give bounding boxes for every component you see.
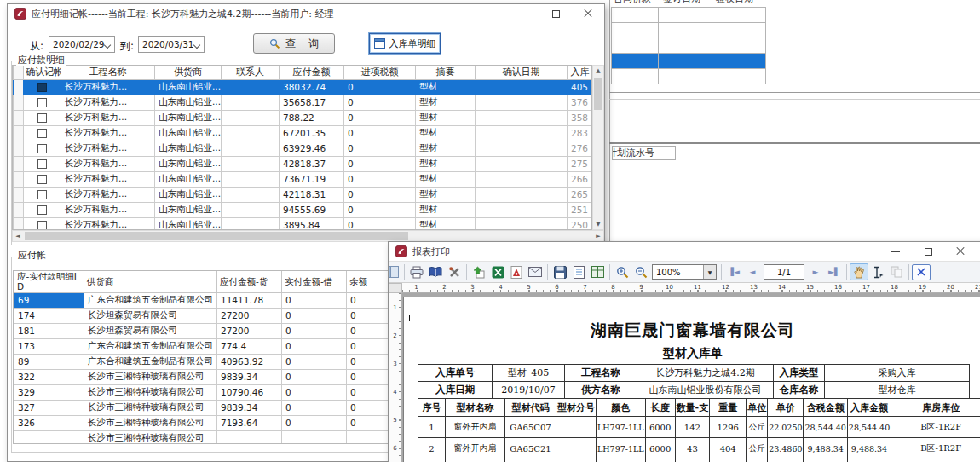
column-header[interactable]: 实付金额-借 bbox=[282, 271, 347, 292]
confirm-checkbox[interactable] bbox=[37, 190, 47, 199]
text-select-icon[interactable] bbox=[868, 263, 887, 280]
table-row[interactable]: 长沙万科魅力... 山东南山铝业... 42818.37 0 型材 275 bbox=[14, 156, 593, 171]
confirm-checkbox[interactable] bbox=[37, 98, 47, 107]
table-row[interactable]: 173 广东合和建筑五金制品有限公司 774.4 0 0 bbox=[14, 338, 389, 354]
page-number-box[interactable]: 1/1 bbox=[764, 264, 804, 280]
column-header[interactable]: 入库 bbox=[568, 66, 593, 79]
document-icon[interactable] bbox=[569, 263, 588, 280]
table-row[interactable]: 长沙万科魅力... 山东南山铝业... 42118.31 0 型材 265 bbox=[14, 187, 593, 202]
export-icon[interactable] bbox=[470, 263, 488, 280]
table-row[interactable]: 长沙万科魅力... 山东南山铝业... 35658.17 0 型材 376 bbox=[14, 95, 593, 110]
grid-icon[interactable] bbox=[588, 263, 607, 280]
horizontal-scrollbar[interactable]: ◄ ► bbox=[12, 230, 604, 242]
scroll-right-icon[interactable]: ► bbox=[593, 231, 603, 241]
chevron-down-icon[interactable]: ▼ bbox=[703, 265, 716, 279]
cell-supplier: 山东南山铝业... bbox=[155, 110, 222, 125]
zoom-level-combo[interactable]: 100% ▼ bbox=[652, 264, 717, 280]
close-preview-icon[interactable] bbox=[912, 264, 931, 280]
save-icon[interactable] bbox=[551, 263, 569, 280]
book-icon[interactable] bbox=[426, 263, 445, 280]
excel-icon[interactable] bbox=[488, 263, 507, 280]
column-header[interactable]: 应付金额-货 bbox=[217, 271, 282, 292]
to-date-combo[interactable]: 2020/03/31 bbox=[138, 36, 205, 53]
table-row[interactable]: 181 长沙坦森贸易有限公司 27200 0 0 bbox=[14, 323, 389, 338]
prev-page-icon[interactable]: ◄ bbox=[743, 263, 762, 280]
confirm-checkbox[interactable] bbox=[37, 144, 47, 153]
inbound-detail-button[interactable]: 入库单明细 bbox=[369, 33, 441, 54]
maximize-button[interactable] bbox=[912, 242, 944, 261]
maximize-button[interactable] bbox=[539, 4, 572, 23]
options-icon[interactable] bbox=[445, 263, 464, 280]
from-date-combo[interactable]: 2020/02/29 bbox=[49, 36, 115, 53]
scrollbar-thumb[interactable] bbox=[25, 232, 408, 240]
confirm-checkbox[interactable] bbox=[37, 129, 47, 138]
confirm-checkbox[interactable] bbox=[37, 159, 47, 169]
copy-icon[interactable] bbox=[887, 263, 906, 280]
minimize-button[interactable] bbox=[507, 4, 539, 23]
confirm-checkbox[interactable] bbox=[37, 113, 47, 123]
last-page-icon[interactable]: ►▌ bbox=[825, 263, 844, 280]
column-header[interactable]: 确认日期 bbox=[476, 66, 568, 79]
column-header[interactable]: 供货商 bbox=[84, 271, 217, 292]
column-header[interactable]: 确认记帐 bbox=[24, 66, 61, 79]
title-bar[interactable]: 应付明细记帐------当前工程: 长沙万科魅力之城4.2期------当前用户… bbox=[8, 4, 604, 23]
column-header[interactable]: 工程名称 bbox=[61, 66, 155, 79]
column-header[interactable]: 联系人 bbox=[222, 66, 280, 79]
table-row[interactable]: 长沙万科魅力... 山东南山铝业... 73671.19 0 型材 266 bbox=[14, 171, 593, 187]
cell-balance: 0 bbox=[347, 384, 389, 400]
close-button[interactable] bbox=[944, 242, 977, 261]
table-row[interactable]: 327 长沙市三湘特种玻璃有限公司 9839.34 0 0 bbox=[14, 400, 389, 415]
panel-icon[interactable] bbox=[389, 263, 401, 280]
table-row[interactable] bbox=[612, 23, 766, 38]
confirm-checkbox[interactable] bbox=[37, 221, 47, 230]
column-header[interactable]: 进项税额 bbox=[344, 66, 416, 79]
column-header[interactable]: 余额 bbox=[347, 271, 389, 292]
column-header[interactable]: 应-实付款明细ID bbox=[14, 271, 84, 292]
query-button[interactable]: 查 询 bbox=[253, 33, 335, 54]
first-page-icon[interactable]: ▐◄ bbox=[724, 263, 743, 280]
minimize-button[interactable] bbox=[879, 242, 912, 261]
cell-paid: 0 bbox=[282, 415, 347, 430]
table-row[interactable]: 长沙万科魅力... 山东南山铝业... 63929.46 0 型材 276 bbox=[14, 141, 593, 156]
table-row[interactable] bbox=[612, 38, 766, 54]
table-row[interactable]: 329 长沙市三湘特种玻璃有限公司 10790.46 0 0 bbox=[14, 384, 389, 400]
scroll-left-icon[interactable]: ◄ bbox=[13, 231, 23, 241]
confirm-checkbox[interactable] bbox=[37, 205, 47, 215]
cell-supplier: 长沙市三湘特种玻璃有限公司 bbox=[84, 430, 217, 444]
vertical-scrollbar[interactable]: ▲ ▼ bbox=[592, 65, 604, 230]
column-header[interactable]: 应付金额 bbox=[280, 66, 344, 79]
value-supplier: 山东南山铝业股份有限公司 bbox=[637, 382, 774, 399]
print-icon[interactable] bbox=[407, 263, 426, 280]
cell-tax: 0 bbox=[344, 217, 416, 230]
table-row[interactable]: 长沙万科魅力... 山东南山铝业... 94555.69 0 型材 251 bbox=[14, 202, 593, 217]
table-row[interactable]: 长沙万科魅力... 山东南山铝业... 38032.74 0 型材 405 bbox=[14, 79, 593, 95]
preview-area[interactable]: 湖南巨晟门窗幕墙有限公司 型材入库单 入库单号 型材_405 工程名称 长沙万科… bbox=[402, 293, 980, 462]
pdf-icon[interactable] bbox=[507, 263, 526, 280]
hand-icon[interactable] bbox=[850, 263, 868, 280]
table-row[interactable]: 326 长沙市三湘特种玻璃有限公司 7193.64 0 0 bbox=[14, 415, 389, 430]
next-page-icon[interactable]: ► bbox=[806, 263, 825, 280]
close-button[interactable] bbox=[572, 4, 604, 23]
scroll-up-icon[interactable]: ▲ bbox=[593, 66, 603, 76]
table-row[interactable] bbox=[612, 8, 766, 23]
mail-icon[interactable] bbox=[526, 263, 545, 280]
confirm-checkbox[interactable] bbox=[37, 175, 47, 184]
table-row[interactable]: 长沙市三湘特种玻璃有限公司 bbox=[14, 430, 389, 444]
title-bar[interactable]: 报表打印 bbox=[389, 242, 980, 261]
table-row[interactable]: 长沙万科魅力... 山东南山铝业... 67201.35 0 型材 283 bbox=[14, 125, 593, 141]
column-header[interactable]: 摘要 bbox=[416, 66, 476, 79]
table-row[interactable]: 长沙万科魅力... 山东南山铝业... 788.22 0 型材 358 bbox=[14, 110, 593, 125]
table-row[interactable]: 322 长沙市三湘特种玻璃有限公司 9839.34 0 0 bbox=[14, 369, 389, 384]
zoom-in-icon[interactable] bbox=[613, 263, 631, 280]
scroll-down-icon[interactable]: ▼ bbox=[593, 219, 603, 229]
table-row-selected[interactable] bbox=[612, 54, 766, 69]
column-header[interactable]: 供货商 bbox=[155, 66, 222, 79]
confirm-checkbox[interactable] bbox=[37, 83, 47, 92]
table-row[interactable]: 69 广东合和建筑五金制品有限公司 11411.78 0 0 bbox=[14, 292, 389, 308]
table-row[interactable]: 174 长沙坦森贸易有限公司 27200 0 0 bbox=[14, 308, 389, 323]
table-row[interactable]: 89 广东合和建筑五金制品有限公司 40963.92 0 0 bbox=[14, 354, 389, 369]
zoom-out-icon[interactable] bbox=[631, 263, 650, 280]
table-row[interactable] bbox=[612, 69, 766, 84]
table-row[interactable]: 长沙万科魅力... 山东南山铝业... 3895.84 0 型材 250 bbox=[14, 217, 593, 230]
scrollbar-thumb[interactable] bbox=[594, 78, 602, 110]
